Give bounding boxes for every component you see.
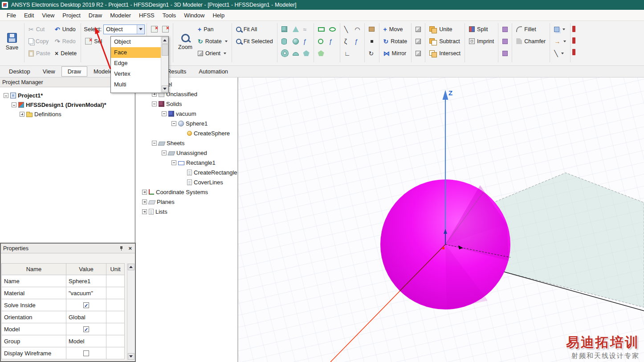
tree-node-unassigned[interactable]: Unassigned <box>136 148 237 158</box>
scroll-thumb[interactable] <box>162 44 168 56</box>
draw-polyline-button[interactable]: ∟ <box>342 47 353 59</box>
rotate-view-button[interactable]: ↻ Rotate <box>196 35 230 47</box>
draw-equation-line-button[interactable]: ƒ <box>352 35 362 47</box>
separate-button[interactable] <box>500 47 510 59</box>
tree-node-coordinate-systems[interactable]: Coordinate Systems <box>136 187 237 197</box>
property-value-orientation[interactable]: Global <box>66 311 106 323</box>
menu-hfss[interactable]: HFSS <box>135 10 159 20</box>
tree-node-planes[interactable]: Planes <box>136 197 237 207</box>
draw-box-button[interactable] <box>279 23 290 35</box>
draw-circle-button[interactable] <box>316 35 327 47</box>
scroll-up-button[interactable] <box>128 264 135 270</box>
duplicate-around-axis-button[interactable] <box>413 35 423 47</box>
tree-node-createsphere[interactable]: CreateSphere <box>136 128 237 138</box>
menu-draw[interactable]: Draw <box>85 10 106 20</box>
draw-cylinder-button[interactable] <box>279 35 290 47</box>
tab-automation[interactable]: Automation <box>192 66 234 77</box>
tab-view[interactable]: View <box>37 66 61 77</box>
draw-arc-button[interactable]: ◠ <box>352 23 362 35</box>
draw-sphere-button[interactable] <box>290 35 301 47</box>
menu-help[interactable]: Help <box>208 10 228 20</box>
menu-window[interactable]: Window <box>180 10 208 20</box>
expand-icon[interactable] <box>142 190 147 195</box>
stackup-button[interactable] <box>552 23 568 35</box>
clipped-red-icon[interactable] <box>572 37 575 44</box>
draw-regular-polygon-button[interactable] <box>316 47 327 59</box>
delete-button[interactable]: × Delete <box>53 47 79 59</box>
subtract-button[interactable]: Subtract <box>427 35 463 47</box>
property-value-material[interactable]: "vacuum" <box>66 287 106 299</box>
menu-edit[interactable]: Edit <box>20 10 38 20</box>
redo-button[interactable]: ↷ Redo <box>53 35 79 47</box>
collapse-icon[interactable] <box>162 111 167 116</box>
mirror-button[interactable]: ⋈ Mirror <box>381 47 410 59</box>
copy-button[interactable]: Copy <box>26 35 53 47</box>
scale-button[interactable] <box>413 47 423 59</box>
scroll-down-button[interactable] <box>162 85 168 92</box>
dropdown-option-object[interactable]: Object <box>111 37 161 47</box>
draw-equation-curve-button[interactable]: ƒ <box>327 35 338 47</box>
draw-helix-button[interactable]: ≈ <box>301 23 312 35</box>
pan-button[interactable]: + Pan <box>196 23 230 35</box>
select-all-button[interactable] <box>149 23 160 35</box>
close-icon[interactable]: × <box>128 245 132 252</box>
collapse-icon[interactable] <box>4 93 8 98</box>
paste-button[interactable]: Paste <box>26 47 53 59</box>
scroll-down-button[interactable] <box>128 353 135 360</box>
modeler-3d-viewport[interactable]: Z 易迪拓培训 射频和天线设计专家 <box>238 77 644 362</box>
point-button[interactable] <box>367 35 377 47</box>
combo-dropdown-button[interactable] <box>137 25 144 34</box>
property-value-name[interactable]: Sphere1 <box>66 275 106 287</box>
deselect-all-button[interactable] <box>160 23 171 35</box>
line-tool-button[interactable]: ╲ <box>552 47 568 59</box>
collapse-icon[interactable] <box>171 121 176 126</box>
dropdown-option-multi[interactable]: Multi <box>111 79 161 90</box>
tree-node-coverlines[interactable]: CoverLines <box>136 177 237 187</box>
unite-button[interactable]: Unite <box>427 23 463 35</box>
fit-selected-button[interactable]: Fit Selected <box>234 35 275 47</box>
dropdown-option-face[interactable]: Face <box>111 47 161 58</box>
rotate-button[interactable]: ↻ Rotate <box>381 35 410 47</box>
clipped-red-icon[interactable] <box>572 26 575 32</box>
tree-node-hfssdesign1[interactable]: HFSSDesign1 (DrivenModal)* <box>0 100 135 110</box>
menu-view[interactable]: View <box>38 10 58 20</box>
sweep-around-axis-button[interactable]: ↻ <box>367 47 377 59</box>
expand-icon[interactable] <box>20 112 24 117</box>
expand-icon[interactable] <box>142 199 147 204</box>
dropdown-scrollbar[interactable] <box>161 37 168 93</box>
tree-node-rectangle1[interactable]: Rectangle1 <box>136 158 237 167</box>
model-checkbox[interactable]: ✓ <box>83 326 89 332</box>
connect-button[interactable] <box>500 23 510 35</box>
tree-node-solids[interactable]: Solids <box>136 99 237 109</box>
dropdown-option-vertex[interactable]: Vertex <box>111 69 161 79</box>
draw-dome-button[interactable] <box>290 47 301 59</box>
undo-button[interactable]: ↶ Undo <box>53 23 79 35</box>
move-button[interactable]: + Move <box>381 23 410 35</box>
menu-file[interactable]: File <box>3 10 20 20</box>
menu-modeler[interactable]: Modeler <box>106 10 135 20</box>
draw-spline-button[interactable]: ζ <box>342 35 353 47</box>
duplicate-along-line-button[interactable] <box>413 23 423 35</box>
draw-line-button[interactable]: ╲ <box>342 23 353 35</box>
collapse-icon[interactable] <box>12 102 16 107</box>
property-value-group[interactable]: Model <box>66 335 106 347</box>
expand-icon[interactable] <box>142 209 147 214</box>
orient-button[interactable]: Orient <box>196 47 230 59</box>
collapse-icon[interactable] <box>171 160 176 165</box>
draw-rectangle-button[interactable] <box>316 23 327 35</box>
draw-polyhedron-button[interactable] <box>301 47 312 59</box>
imprint-button[interactable]: Imprint <box>467 35 496 47</box>
cut-button[interactable]: ✂ Cut <box>26 23 53 35</box>
dropdown-option-edge[interactable]: Edge <box>111 58 161 69</box>
tree-node-lists[interactable]: Lists <box>136 207 237 216</box>
intersect-button[interactable]: Intersect <box>427 47 463 59</box>
menu-project[interactable]: Project <box>58 10 84 20</box>
collapse-icon[interactable] <box>162 150 167 155</box>
tree-node-definitions[interactable]: Definitions <box>0 110 135 119</box>
tree-node-vacuum[interactable]: vacuum <box>136 109 237 118</box>
collapse-icon[interactable] <box>152 102 157 106</box>
sweep-along-path-button[interactable] <box>367 23 377 35</box>
pin-icon[interactable] <box>119 246 124 251</box>
chamfer-button[interactable]: Chamfer <box>514 35 548 47</box>
select-mode-combobox[interactable]: Object <box>103 24 145 34</box>
